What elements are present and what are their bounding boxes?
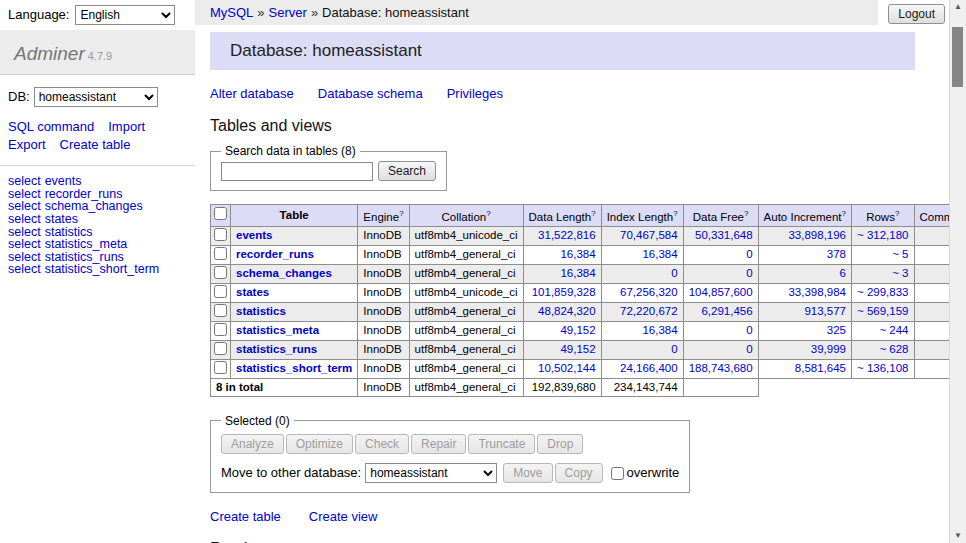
data-free-link[interactable]: 6,291,456 bbox=[701, 305, 752, 317]
rows-count-link[interactable]: ~ 5 bbox=[892, 248, 908, 260]
data-free-link[interactable]: 0 bbox=[746, 248, 752, 260]
select-link[interactable]: select bbox=[8, 174, 41, 188]
scroll-up-arrow-icon[interactable]: ▲ bbox=[950, 0, 966, 14]
data-free-link[interactable]: 0 bbox=[746, 343, 752, 355]
rows-count-link[interactable]: ~ 136,108 bbox=[857, 362, 908, 374]
data-length-link[interactable]: 49,152 bbox=[560, 324, 595, 336]
help-icon[interactable]: ? bbox=[744, 209, 748, 218]
scrollbar-thumb[interactable] bbox=[952, 27, 963, 87]
auto-increment-link[interactable]: 33,398,984 bbox=[788, 286, 846, 298]
data-length-link[interactable]: 49,152 bbox=[560, 343, 595, 355]
index-length-link[interactable]: 0 bbox=[671, 267, 677, 279]
repair-button[interactable]: Repair bbox=[411, 434, 466, 454]
index-length-link[interactable]: 0 bbox=[671, 343, 677, 355]
row-checkbox[interactable] bbox=[214, 304, 227, 317]
data-length-link[interactable]: 16,384 bbox=[560, 267, 595, 279]
search-button[interactable]: Search bbox=[378, 161, 436, 181]
data-length-link[interactable]: 31,522,816 bbox=[538, 229, 596, 241]
truncate-button[interactable]: Truncate bbox=[468, 434, 535, 454]
help-icon[interactable]: ? bbox=[591, 209, 595, 218]
rows-count-link[interactable]: ~ 312,180 bbox=[857, 229, 908, 241]
rows-count-link[interactable]: ~ 244 bbox=[879, 324, 908, 336]
auto-increment-link[interactable]: 39,999 bbox=[811, 343, 846, 355]
help-icon[interactable]: ? bbox=[842, 209, 846, 218]
help-icon[interactable]: ? bbox=[895, 209, 899, 218]
data-length-link[interactable]: 10,502,144 bbox=[538, 362, 596, 374]
logout-button[interactable]: Logout bbox=[888, 4, 945, 24]
create-table-link-sidebar[interactable]: Create table bbox=[60, 137, 131, 152]
row-checkbox[interactable] bbox=[214, 247, 227, 260]
table-name-link[interactable]: statistics_runs bbox=[236, 343, 317, 355]
row-checkbox[interactable] bbox=[214, 342, 227, 355]
data-length-link[interactable]: 48,824,320 bbox=[538, 305, 596, 317]
analyze-button[interactable]: Analyze bbox=[221, 434, 284, 454]
index-length-link[interactable]: 16,384 bbox=[642, 324, 677, 336]
table-name-link[interactable]: recorder_runs bbox=[236, 248, 314, 260]
overwrite-checkbox[interactable] bbox=[611, 467, 624, 480]
help-icon[interactable]: ? bbox=[673, 209, 677, 218]
scroll-down-arrow-icon[interactable]: ▼ bbox=[950, 529, 966, 543]
data-length-link[interactable]: 16,384 bbox=[560, 248, 595, 260]
drop-button[interactable]: Drop bbox=[537, 434, 583, 454]
db-select[interactable]: homeassistant bbox=[34, 87, 158, 107]
index-length-link[interactable]: 16,384 bbox=[642, 248, 677, 260]
database-schema-link[interactable]: Database schema bbox=[318, 86, 423, 101]
privileges-link[interactable]: Privileges bbox=[447, 86, 503, 101]
table-name-link[interactable]: events bbox=[236, 229, 272, 241]
table-name-link[interactable]: statistics_meta bbox=[236, 324, 319, 336]
table-link-statistics-short-term[interactable]: statistics_short_term bbox=[45, 262, 160, 276]
auto-increment-link[interactable]: 378 bbox=[827, 248, 846, 260]
select-all-checkbox[interactable] bbox=[214, 207, 227, 220]
search-input[interactable] bbox=[221, 162, 373, 181]
row-checkbox[interactable] bbox=[214, 361, 227, 374]
index-length-link[interactable]: 67,256,320 bbox=[620, 286, 678, 298]
import-link[interactable]: Import bbox=[108, 119, 145, 134]
move-button[interactable]: Move bbox=[503, 463, 552, 483]
row-checkbox[interactable] bbox=[214, 285, 227, 298]
rows-count-link[interactable]: ~ 628 bbox=[879, 343, 908, 355]
data-free-link[interactable]: 188,743,680 bbox=[689, 362, 753, 374]
language-select[interactable]: English bbox=[75, 5, 175, 25]
alter-database-link[interactable]: Alter database bbox=[210, 86, 294, 101]
select-link[interactable]: select bbox=[8, 262, 41, 276]
sql-command-link[interactable]: SQL command bbox=[8, 119, 94, 134]
index-length-link[interactable]: 70,467,584 bbox=[620, 229, 678, 241]
breadcrumb-server-link[interactable]: Server bbox=[269, 5, 307, 20]
create-table-link[interactable]: Create table bbox=[210, 509, 281, 524]
breadcrumb-mysql-link[interactable]: MySQL bbox=[210, 5, 253, 20]
data-free-link[interactable]: 0 bbox=[746, 267, 752, 279]
data-free-link[interactable]: 0 bbox=[746, 324, 752, 336]
select-link[interactable]: select bbox=[8, 212, 41, 226]
check-button[interactable]: Check bbox=[355, 434, 409, 454]
auto-increment-link[interactable]: 6 bbox=[840, 267, 846, 279]
row-checkbox[interactable] bbox=[214, 266, 227, 279]
move-db-select[interactable]: homeassistant bbox=[365, 463, 497, 483]
rows-count-link[interactable]: ~ 299,833 bbox=[857, 286, 908, 298]
help-icon[interactable]: ? bbox=[486, 209, 490, 218]
index-length-link[interactable]: 24,166,400 bbox=[620, 362, 678, 374]
create-view-link[interactable]: Create view bbox=[309, 509, 378, 524]
auto-increment-link[interactable]: 8,581,645 bbox=[795, 362, 846, 374]
row-checkbox[interactable] bbox=[214, 323, 227, 336]
row-checkbox[interactable] bbox=[214, 228, 227, 241]
copy-button[interactable]: Copy bbox=[555, 463, 603, 483]
rows-count-link[interactable]: ~ 569,159 bbox=[857, 305, 908, 317]
data-free-link[interactable]: 104,857,600 bbox=[689, 286, 753, 298]
auto-increment-link[interactable]: 325 bbox=[827, 324, 846, 336]
optimize-button[interactable]: Optimize bbox=[286, 434, 353, 454]
rows-count-link[interactable]: ~ 3 bbox=[892, 267, 908, 279]
language-row: Language:English bbox=[0, 0, 195, 30]
auto-increment-link[interactable]: 913,577 bbox=[804, 305, 846, 317]
help-icon[interactable]: ? bbox=[399, 209, 403, 218]
table-name-link[interactable]: statistics bbox=[236, 305, 286, 317]
data-free-link[interactable]: 50,331,648 bbox=[695, 229, 753, 241]
index-length-link[interactable]: 72,220,672 bbox=[620, 305, 678, 317]
data-length-link[interactable]: 101,859,328 bbox=[532, 286, 596, 298]
table-name-link[interactable]: statistics_short_term bbox=[236, 362, 352, 374]
vertical-scrollbar[interactable]: ▲ ▼ bbox=[949, 0, 966, 543]
auto-increment-link[interactable]: 33,898,196 bbox=[788, 229, 846, 241]
table-name-link[interactable]: states bbox=[236, 286, 269, 298]
table-name-link[interactable]: schema_changes bbox=[236, 267, 332, 279]
adminer-logo-link[interactable]: Adminer bbox=[14, 43, 85, 64]
export-link[interactable]: Export bbox=[8, 137, 46, 152]
